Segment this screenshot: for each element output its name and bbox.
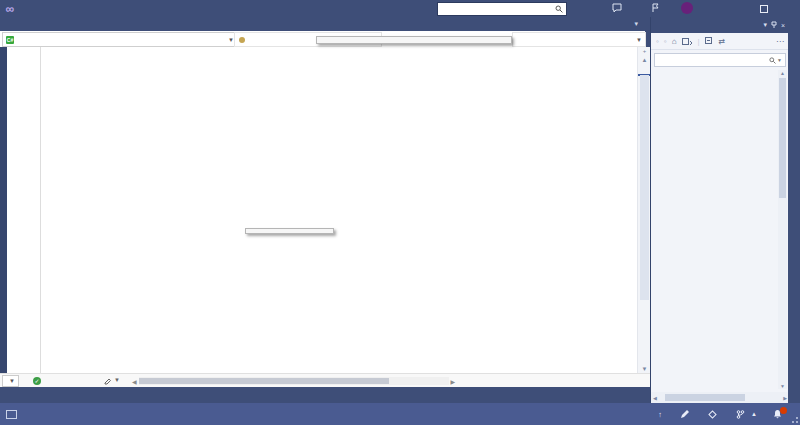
status-ready <box>6 410 21 419</box>
outgoing-commits-button[interactable]: ↑ <box>658 410 665 419</box>
unsaved-edits-button[interactable] <box>681 410 692 418</box>
editor-vertical-scrollbar[interactable]: + ▲ ▼ <box>637 47 651 373</box>
csharp-project-icon: C# <box>6 36 14 44</box>
zoom-level-dropdown[interactable]: ▼ <box>2 375 19 387</box>
back-button[interactable]: ◦ <box>656 37 659 46</box>
collapse-all-button[interactable] <box>705 37 714 46</box>
solution-explorer-title-bar[interactable]: ▾ × <box>651 17 789 33</box>
document-well-dropdown-icon[interactable]: ▾ <box>634 20 638 28</box>
scroll-right-arrow-icon[interactable]: ▶ <box>451 378 456 385</box>
notifications-side-tab[interactable] <box>788 17 800 403</box>
status-ready-icon <box>6 410 17 419</box>
solution-explorer-panel: ▾ × ◦ ◦ ⌂ | ⇄ ⋯ ▼ <box>650 17 789 403</box>
close-window-button[interactable] <box>776 0 800 17</box>
solution-explorer-tree <box>651 70 777 391</box>
auto-hide-pin-icon[interactable] <box>771 21 777 29</box>
notification-badge <box>780 407 787 414</box>
title-bar: ∞ <box>0 0 800 17</box>
chevron-down-icon: ▼ <box>636 37 642 43</box>
scrollbar-thumb[interactable] <box>665 394 745 401</box>
window-position-icon[interactable]: ▾ <box>763 21 767 29</box>
set-tab-layout-submenu <box>245 228 334 234</box>
forward-button[interactable]: ◦ <box>664 37 667 46</box>
change-tracking-margin <box>40 47 41 373</box>
solution-explorer-toolbar: ◦ ◦ ⌂ | ⇄ ⋯ <box>651 33 789 50</box>
chevron-down-icon: ▼ <box>777 57 782 63</box>
visual-studio-logo-icon: ∞ <box>0 1 20 17</box>
editor-status-strip: ▼ ✓ ▼ ◀ ▶ <box>0 373 650 388</box>
scrollbar-thumb[interactable] <box>139 378 389 384</box>
tree-vertical-scrollbar[interactable]: ▲ ▼ <box>778 70 787 389</box>
scrollbar-thumb[interactable] <box>640 75 649 300</box>
solution-explorer-search-input[interactable]: ▼ <box>654 53 786 67</box>
switch-views-button[interactable] <box>682 37 693 46</box>
maximize-button[interactable] <box>752 0 776 17</box>
user-avatar[interactable] <box>681 2 693 14</box>
class-icon <box>238 36 246 44</box>
search-icon <box>769 57 776 64</box>
repo-icon <box>708 410 717 419</box>
scroll-down-arrow-icon[interactable]: ▼ <box>778 383 787 389</box>
issues-ok-icon: ✓ <box>33 377 41 385</box>
search-icon <box>555 5 563 13</box>
chevron-up-icon: ▲ <box>751 411 757 417</box>
scroll-left-arrow-icon[interactable]: ◀ <box>653 395 657 401</box>
resize-grip[interactable] <box>790 415 798 423</box>
status-bar: ↑ ▲ <box>0 403 800 425</box>
send-feedback-icon[interactable] <box>612 3 623 14</box>
repository-button[interactable] <box>708 410 720 419</box>
tab-context-menu <box>316 36 512 44</box>
scroll-left-arrow-icon[interactable]: ◀ <box>132 378 137 385</box>
bottom-tool-window-tabs <box>0 387 658 403</box>
editor-indicator-margin <box>0 47 7 373</box>
notifications-button[interactable] <box>773 409 782 419</box>
quick-search-input[interactable] <box>437 2 567 16</box>
branch-button[interactable]: ▲ <box>736 410 757 419</box>
branch-icon <box>736 410 745 419</box>
toolbar-overflow-icon[interactable]: ⋯ <box>776 37 784 46</box>
scroll-right-arrow-icon[interactable]: ▶ <box>783 395 787 401</box>
scrollbar-thumb[interactable] <box>779 78 786 198</box>
close-panel-icon[interactable]: × <box>781 22 785 29</box>
arrow-up-icon: ↑ <box>658 410 662 419</box>
editor-horizontal-scrollbar[interactable] <box>139 377 449 385</box>
visual-studio-window: ∞ ▾ C# ▼ ▼ <box>0 0 800 425</box>
background-tasks-icon[interactable]: ▼ <box>104 377 120 385</box>
live-share-icon[interactable] <box>650 3 661 14</box>
code-editor[interactable] <box>0 47 637 373</box>
project-dropdown[interactable]: C# ▼ <box>2 32 238 47</box>
chevron-down-icon: ▼ <box>9 378 15 384</box>
member-dropdown[interactable]: ▼ <box>512 32 646 47</box>
minimize-button[interactable] <box>728 0 752 17</box>
sync-with-active-document-button[interactable]: ⇄ <box>719 37 726 46</box>
code-health-indicator[interactable]: ✓ <box>33 377 44 385</box>
home-button[interactable]: ⌂ <box>672 37 677 46</box>
pencil-icon <box>681 410 689 418</box>
scroll-up-arrow-icon[interactable]: ▲ <box>778 70 787 76</box>
tree-horizontal-scrollbar[interactable]: ◀ ▶ <box>651 392 789 403</box>
